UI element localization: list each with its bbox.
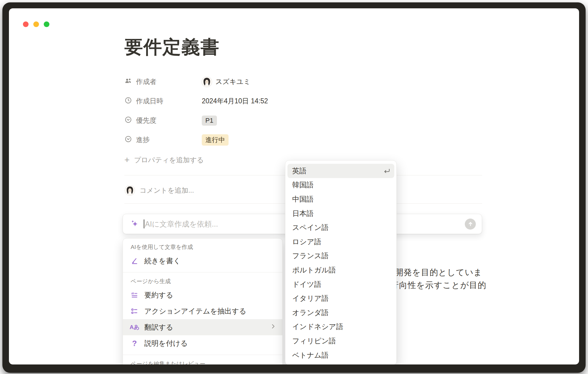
language-option[interactable]: フィリピン語: [285, 334, 396, 348]
property-label-text: 作成日時: [136, 96, 163, 106]
property-label[interactable]: 作成日時: [124, 96, 202, 106]
property-label-text: 優先度: [136, 116, 157, 125]
language-option-label: オランダ語: [292, 308, 329, 317]
text-cursor: [144, 219, 144, 228]
language-option[interactable]: オランダ語: [285, 306, 396, 320]
page-title[interactable]: 要件定義書: [124, 35, 220, 60]
menu-section-header: ページから生成: [123, 276, 282, 287]
select-icon: [124, 116, 132, 125]
pencil-icon: [129, 257, 140, 265]
menu-item[interactable]: Aあ翻訳する: [123, 319, 282, 335]
question-icon-text: ?: [132, 339, 137, 348]
clock-icon: [124, 96, 132, 106]
property-row: 優先度P1: [124, 111, 398, 130]
menu-item[interactable]: アクションアイテムを抽出する: [123, 303, 282, 319]
language-option[interactable]: イタリア語: [285, 291, 396, 306]
language-option[interactable]: ポルトガル語: [285, 263, 396, 277]
menu-item-label: 続きを書く: [144, 256, 181, 266]
minimize-button[interactable]: [33, 21, 39, 27]
property-row: 進捗進行中: [124, 130, 398, 149]
property-value[interactable]: 2024年4月10日 14:52: [202, 96, 268, 106]
menu-section-header: ページを編集またはレビュー: [123, 358, 282, 364]
menu-divider: [123, 355, 282, 355]
language-option-label: ドイツ語: [292, 280, 321, 289]
property-value[interactable]: 進行中: [202, 134, 229, 146]
close-button[interactable]: [23, 21, 29, 27]
language-option-label: 日本語: [292, 209, 314, 218]
property-label[interactable]: 進捗: [124, 135, 202, 145]
property-label-text: 進捗: [136, 135, 150, 144]
return-icon: [383, 167, 391, 175]
language-option-label: 中国語: [292, 194, 314, 204]
avatar: [202, 77, 212, 87]
property-label[interactable]: 作成者: [124, 77, 202, 87]
window-controls: [23, 21, 49, 27]
menu-item-label: 翻訳する: [144, 322, 173, 332]
property-row: 作成日時2024年4月10日 14:52: [124, 91, 398, 111]
add-property-button[interactable]: + プロパティを追加する: [124, 152, 204, 167]
language-option[interactable]: 日本語: [285, 206, 396, 221]
translate-icon-text: Aあ: [129, 323, 139, 331]
ai-prompt-placeholder: AIに文章作成を依頼...: [145, 219, 218, 229]
menu-item-label: アクションアイテムを抽出する: [144, 306, 246, 316]
language-option-label: 韓国語: [292, 180, 314, 190]
property-value[interactable]: スズキユミ: [202, 77, 251, 87]
language-option[interactable]: 英語: [287, 164, 394, 178]
property-value[interactable]: P1: [202, 116, 217, 126]
avatar: [125, 186, 135, 195]
summary-icon: [129, 291, 140, 299]
property-label-text: 作成者: [136, 77, 157, 86]
menu-divider: [123, 272, 282, 272]
language-option[interactable]: 中国語: [285, 192, 396, 206]
page-body-text-line: 開発を目的としていま: [395, 267, 482, 278]
menu-item-label: 説明を付ける: [144, 339, 188, 348]
property-value-text: 2024年4月10日 14:52: [202, 96, 268, 106]
sparkle-icon: [130, 219, 139, 229]
screenshot: 要件定義書 作成者 スズキユミ 作成日時2024年4月10日 14:52 優先度…: [0, 0, 588, 374]
question-icon: ?: [129, 339, 140, 348]
translate-icon: Aあ: [129, 323, 140, 331]
arrow-up-icon: [467, 221, 473, 227]
person-name: スズキユミ: [215, 77, 251, 86]
chevron-right-icon: [270, 323, 276, 331]
status-badge[interactable]: 進行中: [202, 134, 229, 146]
comment-placeholder: コメントを追加...: [140, 186, 194, 195]
language-option-label: イタリア語: [292, 294, 329, 303]
add-property-label: プロパティを追加する: [134, 155, 204, 165]
action-items-icon: [129, 307, 140, 315]
language-option-label: 英語: [292, 166, 306, 176]
language-option[interactable]: ロシア語: [285, 235, 396, 249]
app-window: 要件定義書 作成者 スズキユミ 作成日時2024年4月10日 14:52 優先度…: [9, 8, 579, 364]
status-badge[interactable]: P1: [202, 116, 217, 126]
language-option-label: フランス語: [292, 251, 329, 261]
add-comment-row[interactable]: コメントを追加...: [125, 183, 194, 198]
language-option[interactable]: ドイツ語: [285, 277, 396, 292]
language-option[interactable]: インドネシア語: [285, 320, 396, 334]
property-list: 作成者 スズキユミ 作成日時2024年4月10日 14:52 優先度P1 進捗進…: [124, 72, 398, 149]
menu-section-header: AIを使用して文章を作成: [123, 241, 282, 253]
language-option[interactable]: 韓国語: [285, 178, 396, 192]
language-option[interactable]: フランス語: [285, 249, 396, 263]
language-option-label: スペイン語: [292, 223, 329, 232]
ai-command-menu: AIを使用して文章を作成 続きを書くページから生成 要約する アクションアイテム…: [123, 238, 283, 364]
zoom-button[interactable]: [44, 21, 49, 27]
menu-item[interactable]: 要約する: [123, 287, 282, 303]
submit-button[interactable]: [465, 219, 476, 230]
language-option-label: フィリピン語: [292, 336, 336, 346]
plus-icon: +: [124, 155, 130, 164]
property-row: 作成者 スズキユミ: [124, 72, 398, 91]
language-option[interactable]: ベトナム語: [285, 348, 396, 362]
select-icon: [124, 135, 132, 145]
people-icon: [124, 77, 132, 87]
menu-item[interactable]: 続きを書く: [123, 253, 282, 269]
menu-item[interactable]: ?説明を付ける: [123, 335, 282, 351]
property-label[interactable]: 優先度: [124, 116, 202, 125]
menu-item-label: 要約する: [144, 290, 173, 300]
language-option-label: ベトナム語: [292, 350, 329, 360]
language-option-label: ポルトガル語: [292, 265, 336, 275]
language-option-label: インドネシア語: [292, 322, 343, 331]
language-option[interactable]: スペイン語: [285, 220, 396, 235]
language-option-label: ロシア語: [292, 237, 321, 247]
language-dropdown: 英語 韓国語中国語日本語スペイン語ロシア語フランス語ポルトガル語ドイツ語イタリア…: [285, 160, 397, 364]
page-body-text-line: 行向性を示すことが目的: [390, 280, 486, 291]
